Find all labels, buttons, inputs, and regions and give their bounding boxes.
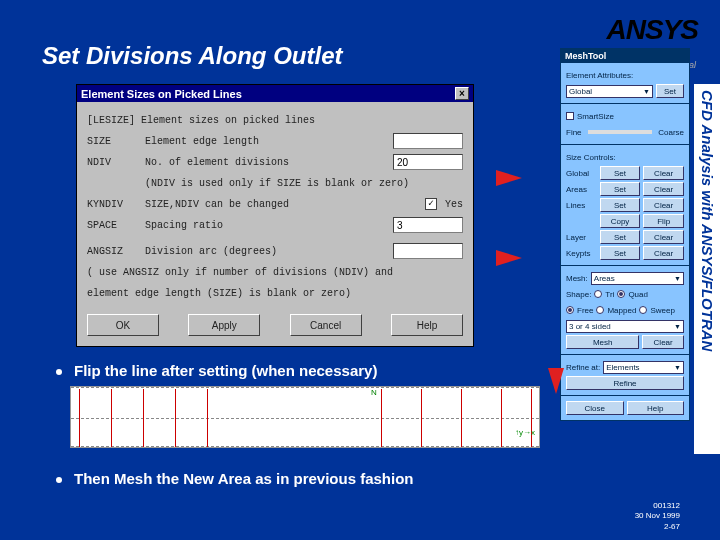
flip-n-label: N bbox=[371, 388, 377, 397]
kyndiv-checkbox[interactable]: ✓ bbox=[425, 198, 437, 210]
bullet-text: Then Mesh the New Area as in previous fa… bbox=[74, 470, 414, 487]
dialog-title-text: Element Sizes on Picked Lines bbox=[81, 88, 242, 100]
mesh-button[interactable]: Mesh bbox=[566, 335, 639, 349]
sc-global-set[interactable]: Set bbox=[600, 166, 641, 180]
dialog-header: [LESIZE] Element sizes on picked lines bbox=[87, 115, 315, 126]
bullet-dot-icon bbox=[56, 369, 62, 375]
sc-keypts-clear[interactable]: Clear bbox=[643, 246, 684, 260]
sweep-radio[interactable] bbox=[639, 306, 647, 314]
cancel-button[interactable]: Cancel bbox=[290, 314, 362, 336]
space-input[interactable] bbox=[393, 217, 463, 233]
coarse-label: Coarse bbox=[658, 128, 684, 137]
line-flip-graphic: N ↑y→x bbox=[70, 386, 540, 448]
mesh-clear-button[interactable]: Clear bbox=[642, 335, 684, 349]
angsiz-text: Division arc (degrees) bbox=[145, 246, 385, 257]
angsiz-input[interactable] bbox=[393, 243, 463, 259]
slide-footer: 001312 30 Nov 1999 2-67 bbox=[635, 501, 680, 532]
sc-global-clear[interactable]: Clear bbox=[643, 166, 684, 180]
sc-areas-set[interactable]: Set bbox=[600, 182, 641, 196]
meshtool-title[interactable]: MeshTool bbox=[561, 49, 689, 63]
sc-lines-set[interactable]: Set bbox=[600, 198, 641, 212]
bullet-item: Then Mesh the New Area as in previous fa… bbox=[56, 470, 414, 487]
dialog-titlebar[interactable]: Element Sizes on Picked Lines × bbox=[77, 85, 473, 102]
arrow-icon bbox=[548, 368, 564, 394]
space-label: SPACE bbox=[87, 220, 137, 231]
mesh-label: Mesh: bbox=[566, 274, 588, 283]
mesh-select[interactable]: Areas▼ bbox=[591, 272, 684, 285]
elem-attr-label: Element Attributes: bbox=[566, 71, 633, 80]
angsiz-note: ( use ANGSIZ only if number of divisions… bbox=[87, 267, 393, 278]
refine-button[interactable]: Refine bbox=[566, 376, 684, 390]
chevron-down-icon: ▼ bbox=[674, 364, 681, 371]
arrow-icon bbox=[496, 250, 522, 266]
page-title: Set Divisions Along Outlet bbox=[42, 42, 342, 70]
mapped-radio[interactable] bbox=[596, 306, 604, 314]
sc-keypts-label: Keypts bbox=[566, 249, 597, 258]
size-label: SIZE bbox=[87, 136, 137, 147]
meshtool-panel: MeshTool Element Attributes: Global▼ Set… bbox=[560, 48, 690, 421]
sc-areas-clear[interactable]: Clear bbox=[643, 182, 684, 196]
shape-tri-radio[interactable] bbox=[594, 290, 602, 298]
shape-label: Shape: bbox=[566, 290, 591, 299]
axis-icon: ↑y→x bbox=[515, 428, 535, 437]
brand-logo: ANSYS bbox=[607, 14, 698, 46]
sc-lines-clear[interactable]: Clear bbox=[643, 198, 684, 212]
apply-button[interactable]: Apply bbox=[188, 314, 260, 336]
sc-areas-label: Areas bbox=[566, 185, 597, 194]
sc-keypts-set[interactable]: Set bbox=[600, 246, 641, 260]
refine-label: Refine at: bbox=[566, 363, 600, 372]
sc-layer-set[interactable]: Set bbox=[600, 230, 641, 244]
size-text: Element edge length bbox=[145, 136, 385, 147]
chevron-down-icon: ▼ bbox=[674, 323, 681, 330]
ndiv-text: No. of element divisions bbox=[145, 157, 385, 168]
sc-lines-copy[interactable]: Copy bbox=[600, 214, 641, 228]
shape-quad-radio[interactable] bbox=[617, 290, 625, 298]
kyndiv-text: SIZE,NDIV can be changed bbox=[145, 199, 417, 210]
elem-attr-select[interactable]: Global▼ bbox=[566, 85, 653, 98]
elem-attr-set-button[interactable]: Set bbox=[656, 84, 684, 98]
smartsize-checkbox[interactable] bbox=[566, 112, 574, 120]
free-radio[interactable] bbox=[566, 306, 574, 314]
arrow-icon bbox=[496, 170, 522, 186]
refine-select[interactable]: Elements▼ bbox=[603, 361, 684, 374]
mesh-opt-select[interactable]: 3 or 4 sided▼ bbox=[566, 320, 684, 333]
size-input[interactable] bbox=[393, 133, 463, 149]
fine-label: Fine bbox=[566, 128, 582, 137]
smartsize-slider[interactable] bbox=[588, 130, 653, 134]
sc-lines-label: Lines bbox=[566, 201, 597, 210]
chevron-down-icon: ▼ bbox=[643, 88, 650, 95]
smartsize-label: SmartSize bbox=[577, 112, 684, 121]
ndiv-note: (NDIV is used only if SIZE is blank or z… bbox=[145, 178, 409, 189]
bullet-text: Flip the line after setting (when necess… bbox=[74, 362, 377, 379]
ndiv-label: NDIV bbox=[87, 157, 137, 168]
close-icon[interactable]: × bbox=[455, 87, 469, 100]
size-controls-label: Size Controls: bbox=[566, 153, 616, 162]
meshtool-help-button[interactable]: Help bbox=[627, 401, 685, 415]
ndiv-input[interactable] bbox=[393, 154, 463, 170]
sc-layer-label: Layer bbox=[566, 233, 597, 242]
chevron-down-icon: ▼ bbox=[674, 275, 681, 282]
bullet-item: Flip the line after setting (when necess… bbox=[56, 362, 377, 379]
ok-button[interactable]: OK bbox=[87, 314, 159, 336]
element-sizes-dialog: Element Sizes on Picked Lines × [LESIZE]… bbox=[76, 84, 474, 347]
angsiz-label: ANGSIZ bbox=[87, 246, 137, 257]
meshtool-close-button[interactable]: Close bbox=[566, 401, 624, 415]
angsiz-note2: element edge length (SIZE) is blank or z… bbox=[87, 288, 351, 299]
kyndiv-label: KYNDIV bbox=[87, 199, 137, 210]
bullet-dot-icon bbox=[56, 477, 62, 483]
sc-layer-clear[interactable]: Clear bbox=[643, 230, 684, 244]
kyndiv-yes: Yes bbox=[445, 199, 463, 210]
space-text: Spacing ratio bbox=[145, 220, 385, 231]
sc-lines-flip[interactable]: Flip bbox=[643, 214, 684, 228]
help-button[interactable]: Help bbox=[391, 314, 463, 336]
side-label: CFD Analysis with ANSYS/FLOTRAN bbox=[694, 84, 720, 454]
sc-global-label: Global bbox=[566, 169, 597, 178]
